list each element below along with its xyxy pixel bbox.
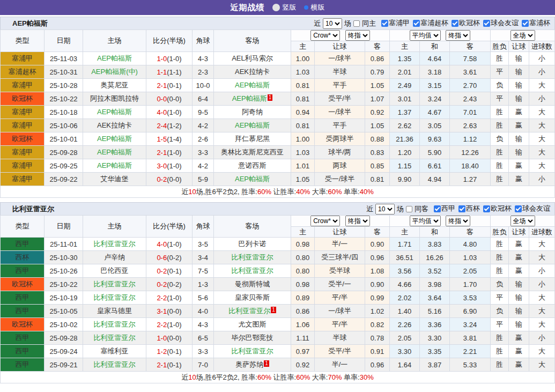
team-link[interactable]: 比利亚雷亚尔 — [94, 334, 136, 342]
same-venue-checkbox[interactable] — [406, 206, 412, 212]
team-link[interactable]: AEP帕福斯(中) — [91, 68, 138, 76]
average-index-select[interactable]: 终指 — [446, 216, 470, 226]
away-team[interactable]: 意诺西斯 — [214, 159, 291, 173]
team-link[interactable]: 比利亚雷亚尔 — [94, 240, 136, 248]
away-team[interactable]: AEP帕福斯 — [214, 79, 291, 92]
scope-select[interactable]: 全场 — [510, 30, 535, 41]
recent-count-select[interactable]: 10 — [375, 204, 395, 215]
away-team[interactable]: 比利亚雷亚尔 — [214, 345, 291, 358]
home-team[interactable]: 比利亚雷亚尔 — [83, 318, 146, 331]
league-filter-item[interactable]: 塞浦甲 — [381, 18, 410, 28]
team-link[interactable]: 毕尔巴鄂竞技 — [232, 334, 273, 342]
team-link[interactable]: 巴伦西亚 — [101, 267, 129, 275]
league-filter-item[interactable]: 塞浦超杯 — [413, 18, 448, 28]
layout-vertical-radio[interactable]: 竖版 — [272, 3, 297, 12]
team-link[interactable]: 奥萨苏纳 — [235, 360, 263, 368]
team-link[interactable]: 阿奇纳 — [242, 108, 263, 116]
team-link[interactable]: 尤文图斯 — [239, 320, 267, 328]
team-link[interactable]: AEP帕福斯 — [97, 135, 132, 143]
home-team[interactable]: 比利亚雷亚尔 — [83, 358, 146, 372]
away-team[interactable]: 曼彻斯特城 — [214, 278, 291, 291]
team-link[interactable]: AEP帕福斯 — [235, 175, 270, 183]
league-filter-item[interactable]: 西杯 — [458, 204, 480, 213]
home-team[interactable]: 比利亚雷亚尔 — [83, 331, 146, 345]
team-link[interactable]: 卢辛纳 — [104, 253, 125, 261]
home-team[interactable]: AEP帕福斯(中) — [83, 65, 146, 79]
team-link[interactable]: AEK拉纳卡 — [235, 68, 270, 76]
away-team[interactable]: 奥林比克斯尼克西亚 — [214, 146, 291, 159]
away-team[interactable]: 奥萨苏纳1 — [214, 358, 291, 372]
home-team[interactable]: 巴伦西亚 — [83, 264, 146, 278]
team-link[interactable]: 奥林比克斯尼克西亚 — [221, 148, 284, 156]
home-team[interactable]: AEP帕福斯 — [83, 159, 146, 173]
layout-horizontal-radio[interactable]: 横版 — [304, 3, 325, 12]
team-link[interactable]: 塞维利亚 — [101, 347, 129, 355]
team-link[interactable]: AEP帕福斯 — [235, 121, 270, 129]
team-link[interactable]: 比利亚雷亚尔 — [228, 307, 270, 315]
home-team[interactable]: 皇家马德里 — [83, 305, 146, 318]
scope-select[interactable]: 全场 — [510, 216, 535, 226]
home-team[interactable]: AEP帕福斯 — [83, 146, 146, 159]
away-team[interactable]: 比利亚雷亚尔 — [214, 251, 291, 264]
away-team[interactable]: 尤文图斯 — [214, 318, 291, 331]
home-team[interactable]: AEP帕福斯 — [83, 106, 146, 119]
away-team[interactable]: 拜仁慕尼黑 — [214, 132, 291, 146]
team-link[interactable]: 比利亚雷亚尔 — [232, 347, 273, 355]
team-link[interactable]: 比利亚雷亚尔 — [232, 267, 273, 275]
away-team[interactable]: AEK拉纳卡 — [214, 65, 291, 79]
home-team[interactable]: 比利亚雷亚尔 — [83, 291, 146, 305]
home-team[interactable]: 比利亚雷亚尔 — [83, 278, 146, 291]
recent-count-select[interactable]: 10 — [323, 18, 342, 29]
team-link[interactable]: 拜仁慕尼黑 — [235, 135, 270, 143]
checked-checkbox-icon[interactable] — [452, 20, 458, 27]
league-filter-item[interactable]: 西甲 — [434, 204, 455, 213]
away-team[interactable]: 比利亚雷亚尔 — [214, 264, 291, 278]
home-team[interactable]: 比利亚雷亚尔 — [83, 238, 146, 251]
home-team[interactable]: 阿拉木图凯拉特 — [83, 92, 146, 106]
team-link[interactable]: AEP帕福斯 — [235, 81, 270, 89]
away-team[interactable]: 阿奇纳 — [214, 106, 291, 119]
team-link[interactable]: 巴列卡诺 — [239, 240, 267, 248]
away-team[interactable]: AEP帕福斯1 — [214, 92, 291, 106]
checked-checkbox-icon[interactable] — [413, 20, 420, 27]
checked-checkbox-icon[interactable] — [458, 205, 465, 212]
league-filter-item[interactable]: 塞浦杯 — [522, 18, 550, 28]
home-team[interactable]: 卢辛纳 — [83, 251, 146, 264]
league-filter-item[interactable]: 球会友谊 — [483, 18, 519, 28]
team-link[interactable]: AEP帕福斯 — [232, 94, 267, 102]
bookmaker-index-select[interactable]: 终指 — [345, 216, 370, 226]
checked-checkbox-icon[interactable] — [483, 20, 490, 27]
team-link[interactable]: 曼彻斯特城 — [235, 280, 270, 288]
team-link[interactable]: 比利亚雷亚尔 — [94, 293, 136, 301]
home-team[interactable]: 奥莫尼亚 — [83, 79, 146, 92]
away-team[interactable]: AEL利马索尔 — [214, 52, 291, 65]
team-link[interactable]: 比利亚雷亚尔 — [94, 360, 136, 368]
team-link[interactable]: 皇家马德里 — [97, 307, 132, 315]
checked-checkbox-icon[interactable] — [434, 205, 441, 212]
team-link[interactable]: AEP帕福斯 — [97, 148, 132, 156]
team-link[interactable]: 阿拉木图凯拉特 — [90, 94, 139, 102]
team-link[interactable]: 奥莫尼亚 — [101, 81, 129, 89]
average-select[interactable]: 平均值 — [410, 216, 441, 226]
home-team[interactable]: AEP帕福斯 — [83, 132, 146, 146]
team-link[interactable]: AEP帕福斯 — [97, 108, 132, 116]
home-team[interactable]: AEK拉纳卡 — [83, 119, 146, 132]
team-link[interactable]: AEK拉纳卡 — [97, 121, 132, 129]
average-select[interactable]: 平均值 — [410, 30, 441, 41]
home-team[interactable]: 艾华迪堡 — [83, 173, 146, 186]
checked-checkbox-icon[interactable] — [522, 20, 529, 27]
away-team[interactable]: AEP帕福斯 — [214, 173, 291, 186]
checked-checkbox-icon[interactable] — [515, 205, 522, 212]
team-link[interactable]: 比利亚雷亚尔 — [232, 253, 273, 261]
away-team[interactable]: 比利亚雷亚尔1 — [214, 305, 291, 318]
team-link[interactable]: 艾华迪堡 — [101, 175, 129, 183]
checked-checkbox-icon[interactable] — [381, 20, 388, 27]
team-link[interactable]: 皇家贝蒂斯 — [235, 293, 270, 301]
league-filter-item[interactable]: 欧冠杯 — [483, 204, 512, 213]
team-link[interactable]: 意诺西斯 — [239, 161, 267, 169]
away-team[interactable]: AEP帕福斯 — [214, 119, 291, 132]
checked-checkbox-icon[interactable] — [483, 205, 490, 212]
bookmaker-select[interactable]: Crow* — [310, 30, 340, 41]
average-index-select[interactable]: 终指 — [446, 30, 470, 41]
home-team[interactable]: 塞维利亚 — [83, 345, 146, 358]
